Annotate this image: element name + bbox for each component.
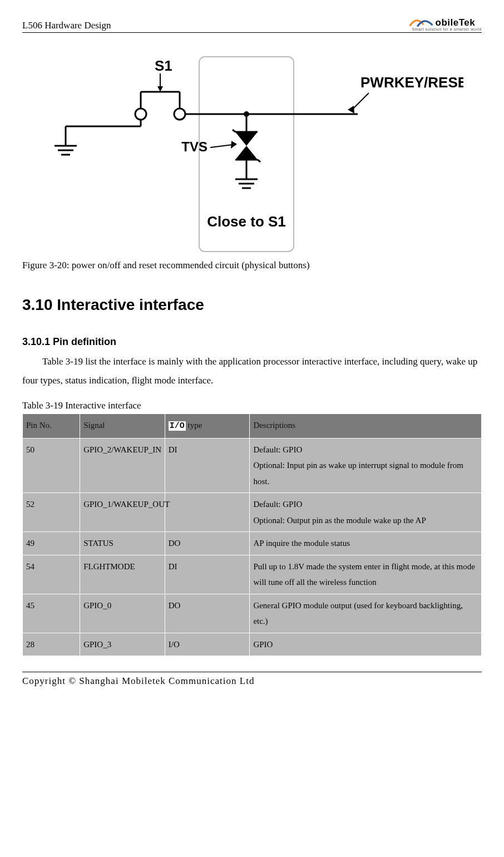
cell-signal: FLGHTMODE	[80, 555, 165, 594]
table-caption: Table 3-19 Interactive interface	[22, 400, 482, 411]
svg-marker-21	[235, 132, 258, 146]
cell-pin: 49	[23, 532, 80, 555]
section-heading: 3.10 Interactive interface	[22, 296, 482, 314]
cell-signal: GPIO_2/WAKEUP_IN	[80, 438, 165, 493]
table-row: 28 GPIO_3 I/O GPIO	[23, 633, 482, 656]
th-pin-no: Pin No.	[23, 414, 80, 439]
page-footer: Copyright © Shanghai Mobiletek Communica…	[22, 672, 482, 687]
cell-signal: STATUS	[80, 532, 165, 555]
label-s1: S1	[155, 57, 172, 74]
table-header-row: Pin No. Signal I/O type Descriptions	[23, 414, 482, 439]
doc-title: L506 Hardware Design	[22, 20, 111, 31]
svg-line-20	[233, 130, 235, 132]
cell-signal: GPIO_0	[80, 594, 165, 633]
brand-logo: obileTek Smart solution for a smarter wo…	[409, 17, 482, 31]
svg-marker-17	[348, 106, 354, 114]
cell-pin: 28	[23, 633, 80, 656]
table-row: 49 STATUS DO AP inquire the module statu…	[23, 532, 482, 555]
copyright-text: Copyright © Shanghai Mobiletek Communica…	[22, 676, 254, 686]
svg-marker-30	[231, 141, 237, 149]
cell-desc: Default: GPIOOptional: Input pin as wake…	[250, 438, 482, 493]
cell-pin: 52	[23, 493, 80, 532]
svg-point-7	[174, 109, 185, 120]
cell-io: DO	[165, 532, 250, 555]
svg-marker-22	[235, 146, 258, 160]
brand-name: obileTek	[436, 17, 476, 28]
cell-signal: GPIO_1/WAKEUP_OUT	[80, 493, 165, 532]
cell-signal: GPIO_3	[80, 633, 165, 656]
label-close-to-s1: Close to S1	[207, 213, 286, 230]
cell-io: DI	[165, 438, 250, 493]
subsection-heading: 3.10.1 Pin definition	[22, 336, 482, 348]
cell-desc: Pull up to 1.8V made the system enter in…	[250, 555, 482, 594]
cell-pin: 50	[23, 438, 80, 493]
th-signal: Signal	[80, 414, 165, 439]
label-pwrkey: PWRKEY/RESET	[360, 74, 463, 91]
table-row: 45 GPIO_0 DO General GPIO module output …	[23, 594, 482, 633]
svg-line-29	[210, 145, 233, 147]
cell-io: DO	[165, 594, 250, 633]
circuit-diagram: S1 PWRKEY/RESET	[41, 54, 463, 254]
brand-tagline: Smart solution for a smarter world	[412, 27, 482, 31]
table-row: 50 GPIO_2/WAKEUP_IN DI Default: GPIOOpti…	[23, 438, 482, 493]
svg-line-24	[258, 160, 260, 162]
cell-pin: 45	[23, 594, 80, 633]
th-desc: Descriptions	[250, 414, 482, 439]
th-io-type: I/O type	[165, 414, 250, 439]
cell-io	[165, 493, 250, 532]
circuit-figure: S1 PWRKEY/RESET	[22, 54, 482, 254]
cell-desc: Default: GPIOOptional: Output pin as the…	[250, 493, 482, 532]
cell-desc: General GPIO module output (used for key…	[250, 594, 482, 633]
label-tvs: TVS	[181, 139, 207, 154]
svg-point-5	[135, 109, 146, 120]
cell-io: I/O	[165, 633, 250, 656]
interactive-interface-table: Pin No. Signal I/O type Descriptions 50 …	[22, 413, 482, 656]
page-header: L506 Hardware Design obileTek Smart solu…	[22, 17, 482, 33]
cell-desc: AP inquire the module status	[250, 532, 482, 555]
cell-pin: 54	[23, 555, 80, 594]
section-paragraph: Table 3-19 list the interface is mainly …	[22, 352, 482, 390]
table-row: 54 FLGHTMODE DI Pull up to 1.8V made the…	[23, 555, 482, 594]
cell-desc: GPIO	[250, 633, 482, 656]
figure-caption: Figure 3-20: power on/off and reset reco…	[22, 260, 482, 271]
cell-io: DI	[165, 555, 250, 594]
svg-line-16	[352, 93, 369, 110]
io-code: I/O	[169, 421, 186, 431]
io-rest: type	[186, 421, 202, 430]
table-row: 52 GPIO_1/WAKEUP_OUT Default: GPIOOption…	[23, 493, 482, 532]
